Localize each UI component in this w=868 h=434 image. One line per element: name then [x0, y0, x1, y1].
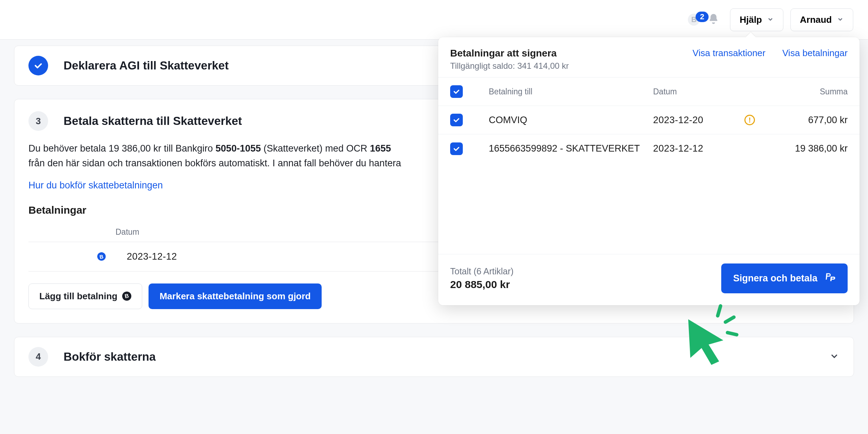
- body-prefix: Du behöver betala 19 386,00 kr till Bank…: [28, 143, 216, 154]
- bank-icon: B: [121, 291, 132, 301]
- col-payee-label: Betalning till: [489, 87, 653, 96]
- row-checkbox[interactable]: [450, 142, 489, 155]
- check-icon: [28, 56, 48, 75]
- help-label: Hjälp: [739, 14, 762, 25]
- popover-title-block: Betalningar att signera Tillgängligt sal…: [450, 48, 569, 71]
- popover-balance: Tillgängligt saldo: 341 414,00 kr: [450, 61, 569, 71]
- check-icon: [450, 142, 463, 155]
- bankid-icon: [824, 271, 836, 286]
- body-mid: (Skatteverket) med OCR: [261, 143, 370, 154]
- user-menu-button[interactable]: Arnaud: [790, 8, 853, 31]
- check-icon: [450, 114, 463, 126]
- payment-date: 2023-12-12: [653, 143, 744, 154]
- total-value: 20 885,00 kr: [450, 279, 514, 291]
- mark-done-button[interactable]: Markera skattebetalning som gjord: [149, 283, 322, 309]
- payment-row[interactable]: COMVIQ 2023-12-20 ! 677,00 kr: [438, 106, 860, 134]
- add-payment-button[interactable]: Lägg till betalning B: [28, 283, 142, 309]
- payee-name: COMVIQ: [489, 114, 653, 126]
- mark-done-label: Markera skattebetalning som gjord: [159, 291, 311, 302]
- payment-sum: 677,00 kr: [767, 115, 848, 126]
- help-button[interactable]: Hjälp: [730, 8, 783, 31]
- step-title: Bokför skatterna: [64, 350, 156, 363]
- payment-date: 2023-12-20: [653, 115, 744, 126]
- payment-sum: 19 386,00 kr: [767, 143, 848, 154]
- popover-footer: Totalt (6 Artiklar) 20 885,00 kr Signera…: [438, 254, 860, 305]
- sign-label: Signera och betala: [733, 273, 817, 284]
- payments-indicator[interactable]: B 2: [688, 14, 700, 26]
- popover-title: Betalningar att signera: [450, 48, 569, 59]
- payments-count-badge: 2: [696, 12, 708, 22]
- chevron-down-icon: [829, 351, 840, 363]
- chevron-down-icon: [767, 14, 774, 25]
- popover-header: Betalningar att signera Tillgängligt sal…: [438, 37, 860, 77]
- chevron-down-icon: [837, 14, 844, 25]
- popover-caret: [746, 32, 756, 37]
- payee-name: 1655663599892 - SKATTEVERKET: [489, 142, 653, 155]
- add-payment-label: Lägg till betalning: [39, 291, 117, 302]
- payment-row[interactable]: 1655663599892 - SKATTEVERKET 2023-12-12 …: [438, 134, 860, 162]
- view-transactions-link[interactable]: Visa transaktioner: [692, 48, 765, 59]
- top-header: B 2 Hjälp Arnaud: [0, 0, 868, 40]
- bell-icon[interactable]: [708, 13, 719, 26]
- step-number-badge: 4: [28, 347, 48, 367]
- bank-icon: B: [97, 252, 106, 261]
- check-icon: [450, 85, 463, 98]
- body-line2: från den här sidan och transaktionen bok…: [28, 158, 401, 168]
- view-payments-link[interactable]: Visa betalningar: [782, 48, 848, 59]
- col-date-label: Datum: [653, 87, 744, 96]
- row-checkbox[interactable]: [450, 114, 489, 126]
- total-label: Totalt (6 Artiklar): [450, 266, 514, 276]
- bankgiro-number: 5050-1055: [216, 143, 261, 154]
- step-title: Betala skatterna till Skatteverket: [64, 114, 242, 128]
- warning-icon: !: [744, 115, 767, 125]
- payments-popover: Betalningar att signera Tillgängligt sal…: [438, 37, 860, 305]
- step-number-badge: 3: [28, 111, 48, 131]
- step-card-4[interactable]: 4 Bokför skatterna: [14, 337, 854, 377]
- step-title: Deklarera AGI till Skatteverket: [64, 59, 229, 72]
- header-icon-group: B 2: [688, 13, 719, 26]
- ocr-number: 1655: [370, 143, 391, 154]
- popover-spacer: [438, 163, 860, 254]
- sign-and-pay-button[interactable]: Signera och betala: [721, 263, 848, 293]
- col-sum-label: Summa: [767, 87, 848, 96]
- payment-date: 2023-12-12: [127, 251, 177, 262]
- total-block: Totalt (6 Artiklar) 20 885,00 kr: [450, 266, 514, 291]
- help-link[interactable]: Hur du bokför skattebetalningen: [28, 180, 163, 191]
- step-header: 4 Bokför skatterna: [28, 347, 840, 367]
- select-all-checkbox[interactable]: [450, 85, 489, 98]
- popover-links: Visa transaktioner Visa betalningar: [692, 48, 848, 59]
- user-name-label: Arnaud: [800, 14, 832, 25]
- popover-table-head: Betalning till Datum Summa: [438, 77, 860, 106]
